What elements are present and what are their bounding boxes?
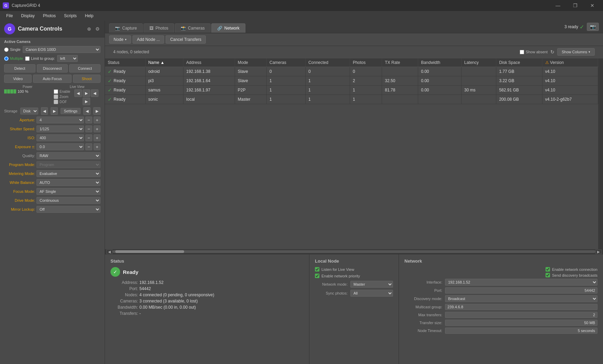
settings-arrow-left[interactable]: ◀ xyxy=(83,107,91,115)
table-row[interactable]: ✓ Ready samus 192.168.1.97 P2P 1 1 1 81.… xyxy=(105,86,598,95)
exposure-minus[interactable]: − xyxy=(85,143,92,150)
col-bandwidth[interactable]: Bandwidth xyxy=(418,58,462,67)
tab-capture[interactable]: 📷 Capture xyxy=(109,23,143,33)
add-node-button[interactable]: Add Node ... xyxy=(133,35,165,44)
horizontal-scrollbar[interactable]: ◀ ▶ xyxy=(105,249,603,254)
scroll-right-btn[interactable]: ▶ xyxy=(595,250,602,254)
menu-display[interactable]: Display xyxy=(18,12,38,20)
interface-select[interactable]: 192.168.1.52 xyxy=(445,279,597,286)
discovery-mode-select[interactable]: Broadcast xyxy=(445,295,597,302)
col-cameras[interactable]: Cameras xyxy=(267,58,306,67)
col-disk-space[interactable]: Disk Space xyxy=(496,58,542,67)
maximize-button[interactable]: ❐ xyxy=(567,0,583,11)
send-discovery-label[interactable]: Send discovery broadcasts xyxy=(546,273,597,277)
exposure-select[interactable]: 0.0 xyxy=(36,143,84,150)
settings-icon-btn[interactable]: ⚙ xyxy=(95,25,100,32)
limit-group-checkbox[interactable] xyxy=(25,56,30,61)
tab-cameras[interactable]: 📸 Cameras xyxy=(175,23,211,33)
arrow-left[interactable]: ◀ xyxy=(74,89,82,97)
dof-checkbox[interactable] xyxy=(54,100,58,104)
enable-connection-label[interactable]: Enable network connection xyxy=(546,267,597,272)
storage-arrow-left[interactable]: ◀ xyxy=(41,107,48,115)
col-status[interactable]: Status xyxy=(105,58,145,67)
table-row[interactable]: ✓ Ready sonic local Master 1 1 1 200.08 … xyxy=(105,95,598,104)
zoom-checkbox[interactable] xyxy=(54,95,58,99)
scroll-track[interactable] xyxy=(113,250,595,253)
col-mode[interactable]: Mode xyxy=(235,58,266,67)
arrow-right[interactable]: ▶ xyxy=(83,89,90,97)
scroll-left-btn[interactable]: ◀ xyxy=(106,250,113,254)
multiple-radio-label[interactable]: Multiple xyxy=(4,56,23,61)
zoom-check-label[interactable]: Zoom xyxy=(54,95,70,99)
storage-arrow-right[interactable]: ▶ xyxy=(51,107,58,115)
camera-snapshot-button[interactable]: 📷 xyxy=(587,23,599,31)
col-latency[interactable]: Latency xyxy=(461,58,496,67)
menu-help[interactable]: Help xyxy=(82,12,97,20)
menu-scripts[interactable]: Scripts xyxy=(61,12,80,20)
show-columns-button[interactable]: Show Columns ▾ xyxy=(557,48,595,56)
disconnect-button[interactable]: Disconnect xyxy=(37,64,68,73)
table-row[interactable]: ✓ Ready odroid 192.168.1.38 Slave 0 0 0 … xyxy=(105,67,598,76)
col-photos[interactable]: Photos xyxy=(350,58,382,67)
arrow-left2[interactable]: ◀ xyxy=(91,89,98,97)
close-button[interactable]: ✕ xyxy=(584,0,600,11)
aperture-select[interactable]: 4 xyxy=(36,117,84,123)
program-mode-select[interactable]: Program xyxy=(36,161,100,168)
transfer-size-input[interactable] xyxy=(445,320,597,326)
white-balance-select[interactable]: AUTO xyxy=(36,179,100,186)
shutter-select[interactable]: 1/125 xyxy=(36,125,84,132)
quality-select[interactable]: RAW xyxy=(36,152,100,159)
listen-live-view-checkbox[interactable] xyxy=(315,267,319,272)
arrow-right2[interactable]: ▶ xyxy=(83,98,90,105)
node-button[interactable]: Node ▾ xyxy=(109,35,131,44)
dof-check-label[interactable]: DOF xyxy=(54,100,70,104)
node-timeout-input[interactable] xyxy=(445,328,597,334)
camera-model-select[interactable]: Canon EOS 100D xyxy=(23,46,100,53)
aperture-minus[interactable]: − xyxy=(85,117,92,123)
table-inner[interactable]: Status Name ▲ Address Mode Cameras Conne… xyxy=(105,58,598,249)
drive-mode-select[interactable]: Continuous xyxy=(36,197,100,204)
video-button[interactable]: Video xyxy=(4,75,32,83)
aperture-plus[interactable]: + xyxy=(94,117,100,123)
col-version[interactable]: ⚠ Version xyxy=(542,58,598,67)
exposure-plus[interactable]: + xyxy=(94,143,100,150)
send-discovery-checkbox[interactable] xyxy=(546,273,550,277)
net-port-input[interactable] xyxy=(445,287,597,294)
max-transfers-input[interactable] xyxy=(445,312,597,318)
target-icon-btn[interactable]: ⊕ xyxy=(86,25,92,32)
tab-photos[interactable]: 🖼 Photos xyxy=(144,23,174,33)
listen-live-view-label[interactable]: Listen for Live View xyxy=(315,267,393,272)
detect-button[interactable]: Detect xyxy=(4,64,35,73)
col-connected[interactable]: Connected xyxy=(305,58,350,67)
shutter-minus[interactable]: − xyxy=(85,125,92,132)
connect-button[interactable]: Connect xyxy=(69,64,100,73)
settings-arrow-right[interactable]: ▶ xyxy=(93,107,100,115)
col-name[interactable]: Name ▲ xyxy=(145,58,183,67)
iso-select[interactable]: 400 xyxy=(36,134,84,141)
settings-button[interactable]: Settings xyxy=(61,108,81,114)
disk-select[interactable]: Disk xyxy=(20,108,38,114)
shutter-plus[interactable]: + xyxy=(94,125,100,132)
show-absent-label[interactable]: Show absent xyxy=(520,50,548,54)
enable-connection-checkbox[interactable] xyxy=(546,267,550,272)
network-mode-select[interactable]: Master xyxy=(350,281,393,288)
multicast-group-input[interactable] xyxy=(445,304,597,310)
mirror-lockup-select[interactable]: Off xyxy=(36,206,100,213)
refresh-icon[interactable]: ↻ xyxy=(550,49,554,55)
menu-photos[interactable]: Photos xyxy=(40,12,59,20)
sync-photos-select[interactable]: All xyxy=(350,290,393,297)
enable-network-priority-checkbox[interactable] xyxy=(315,274,319,278)
table-row[interactable]: ✓ Ready pi3 192.168.1.64 Slave 1 1 2 32.… xyxy=(105,76,598,86)
single-radio-label[interactable]: Single xyxy=(4,47,21,52)
single-radio[interactable] xyxy=(4,47,9,52)
enable-network-priority-label[interactable]: Enable network priority xyxy=(315,274,393,278)
cancel-transfers-button[interactable]: Cancel Transfers xyxy=(166,35,206,44)
focus-mode-select[interactable]: AF Single xyxy=(36,188,100,195)
metering-mode-select[interactable]: Evaluative xyxy=(36,170,100,177)
iso-plus[interactable]: + xyxy=(94,134,100,141)
shoot-button[interactable]: Shoot xyxy=(73,75,100,83)
minimize-button[interactable]: — xyxy=(550,0,566,11)
col-tx-rate[interactable]: TX Rate xyxy=(382,58,418,67)
col-address[interactable]: Address xyxy=(183,58,235,67)
iso-minus[interactable]: − xyxy=(85,134,92,141)
